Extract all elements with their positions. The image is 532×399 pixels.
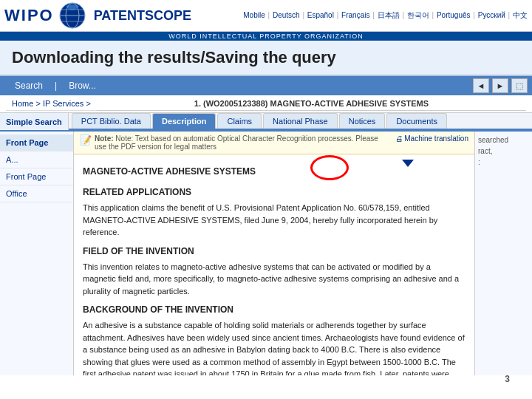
doc-para-1: This application claims the benefit of U… bbox=[83, 202, 466, 239]
lang-korean[interactable]: 한국어 bbox=[407, 11, 429, 19]
top-bar: WIPO PATENTSCOPE Mobile | Deutsch | Espa… bbox=[0, 0, 532, 32]
tab-notices[interactable]: Notices bbox=[339, 113, 386, 129]
left-col: Front Page A... Front Page Office bbox=[0, 132, 74, 375]
wipo-logo: WIPO bbox=[4, 1, 86, 30]
lang-espanol[interactable]: Español bbox=[307, 11, 334, 19]
nav-back-arrow[interactable]: ◄ bbox=[473, 78, 489, 93]
notice-text: Note: Note: Text based on automatic Opti… bbox=[95, 134, 389, 151]
nav-bar: Search | Brow... ◄ ► ⬚ bbox=[0, 76, 532, 95]
browse-nav-button[interactable]: Brow... bbox=[58, 78, 106, 94]
machine-translation-btn[interactable]: 🖨 Machine translation bbox=[395, 134, 468, 143]
lang-links-bar: Mobile | Deutsch | Español | Français | … bbox=[243, 10, 528, 21]
notice-icon: 📝 bbox=[80, 134, 92, 146]
doc-para-2: This invention relates to magneto-active… bbox=[83, 261, 466, 298]
doc-title-4: BACKGROUND OF THE INVENTION bbox=[83, 303, 466, 316]
logo-area: WIPO PATENTSCOPE bbox=[4, 1, 191, 30]
tab-documents[interactable]: Documents bbox=[386, 113, 447, 129]
doc-title-bar: 1. (WO2005123388) MAGNETO-ACTIVE ADHESIV… bbox=[97, 97, 526, 111]
breadcrumb: Home > IP Services > bbox=[6, 97, 97, 111]
wipo-subtitle: WORLD INTELLECTUAL PROPERTY ORGANIZATION bbox=[0, 32, 532, 41]
lang-portuguese[interactable]: Português bbox=[437, 11, 471, 19]
wipo-globe-icon bbox=[58, 1, 86, 30]
doc-title-2: RELATED APPLICATIONS bbox=[83, 185, 466, 199]
lang-chinese[interactable]: 中文 bbox=[513, 11, 528, 19]
right-col-colon: : bbox=[478, 158, 529, 166]
tab-description[interactable]: Description bbox=[152, 113, 216, 129]
notice-bar: 📝 Note: Note: Text based on automatic Op… bbox=[74, 132, 474, 154]
right-col-ract: ract, bbox=[478, 147, 529, 155]
tab-claims[interactable]: Claims bbox=[217, 113, 262, 129]
tab-pct-biblio[interactable]: PCT Biblio. Data bbox=[72, 113, 151, 129]
sidebar-item-office[interactable]: Office bbox=[0, 185, 73, 202]
lang-japanese[interactable]: 日本語 bbox=[378, 11, 400, 19]
ip-services-link[interactable]: IP Services bbox=[43, 99, 83, 108]
doc-para-3: An adhesive is a substance capable of ho… bbox=[83, 319, 466, 375]
tabs-row: PCT Biblio. Data Description Claims Nati… bbox=[69, 113, 532, 130]
sidebar-item-a[interactable]: A... bbox=[0, 151, 73, 168]
nav-fwd-arrow[interactable]: ► bbox=[492, 78, 508, 93]
doc-title-3: FIELD OF THE INVENTION bbox=[83, 245, 466, 258]
right-col-searched: searched bbox=[478, 136, 529, 144]
simple-search-label: Simple Search bbox=[0, 113, 69, 130]
sidebar-section: Front Page A... Front Page Office bbox=[0, 132, 73, 205]
mobile-link[interactable]: Mobile bbox=[243, 11, 265, 19]
triangle-indicator bbox=[402, 160, 414, 167]
lang-russian[interactable]: Русский bbox=[478, 11, 505, 19]
lang-deutsch[interactable]: Deutsch bbox=[273, 11, 300, 19]
nav-separator: | bbox=[55, 81, 57, 91]
sidebar-item-front-page-1[interactable]: Front Page bbox=[0, 134, 73, 151]
main-heading: Downloading the results/Saving the query bbox=[0, 41, 532, 76]
lang-francais[interactable]: Français bbox=[341, 11, 369, 19]
printer-icon: 🖨 bbox=[395, 134, 403, 143]
content-row: Front Page A... Front Page Office 📝 Note… bbox=[0, 132, 532, 375]
home-link[interactable]: Home bbox=[12, 99, 33, 108]
center-col: 📝 Note: Note: Text based on automatic Op… bbox=[74, 132, 474, 375]
sidebar-item-front-page-2[interactable]: Front Page bbox=[0, 168, 73, 185]
nav-doc-button[interactable]: ⬚ bbox=[511, 78, 528, 93]
patentscope-title: PATENTSCOPE bbox=[94, 8, 191, 24]
search-nav-button[interactable]: Search bbox=[4, 78, 53, 94]
nav-arrows: ◄ ► ⬚ bbox=[473, 78, 528, 93]
right-col: searched ract, : 3 bbox=[474, 132, 532, 375]
right-col-pagenum: 3 bbox=[505, 374, 510, 375]
doc-content[interactable]: MAGNETO-ACTIVE ADHESIVE SYSTEMS RELATED … bbox=[74, 154, 474, 375]
tab-national-phase[interactable]: National Phase bbox=[263, 113, 338, 129]
